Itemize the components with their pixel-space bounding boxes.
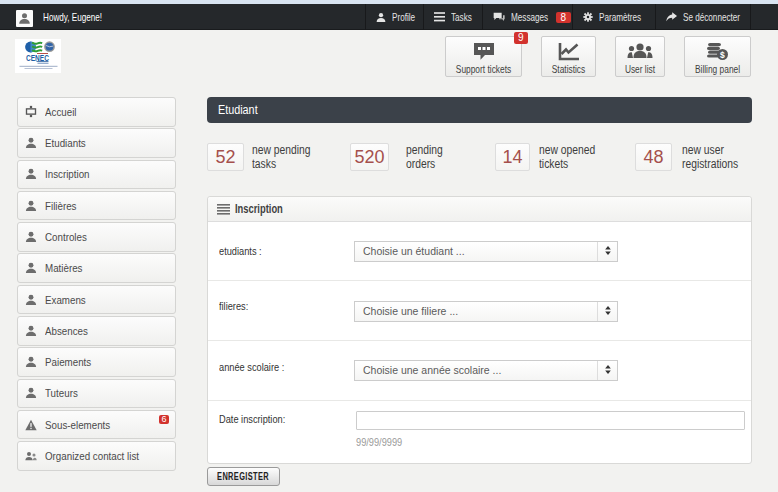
svg-text:$: $ (720, 50, 725, 60)
svg-text:CENEC: CENEC (26, 53, 49, 63)
